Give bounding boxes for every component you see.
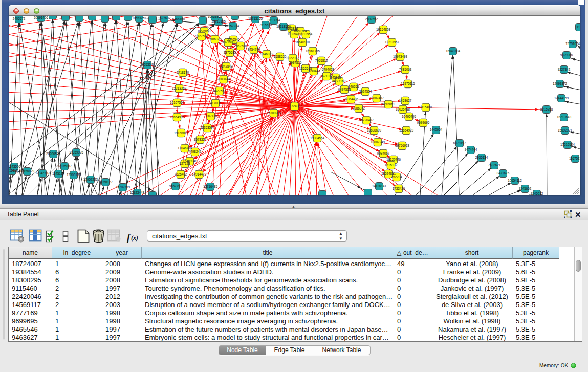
svg-text:927123: 927123	[179, 162, 190, 165]
svg-text:1143506: 1143506	[9, 165, 21, 168]
svg-text:12505135: 12505135	[67, 173, 81, 177]
svg-text:3875685: 3875685	[224, 51, 236, 54]
svg-text:2803144: 2803144	[217, 77, 230, 81]
svg-text:2967608: 2967608	[234, 44, 247, 48]
svg-text:19384554: 19384554	[310, 136, 325, 140]
svg-text:12353594: 12353594	[200, 126, 215, 129]
svg-text:12213957: 12213957	[385, 40, 400, 44]
svg-text:6497508: 6497508	[338, 87, 351, 91]
svg-text:3267130: 3267130	[205, 114, 217, 118]
svg-text:10107554: 10107554	[170, 101, 185, 104]
svg-text:10719155: 10719155	[211, 19, 226, 23]
svg-text:10154808: 10154808	[376, 28, 391, 31]
svg-text:25300285: 25300285	[267, 111, 281, 115]
svg-text:20053346: 20053346	[140, 63, 155, 67]
svg-text:1167533: 1167533	[569, 157, 580, 160]
svg-text:(x): (x)	[131, 234, 138, 242]
svg-text:2037815: 2037815	[289, 61, 302, 64]
svg-text:252234: 252234	[391, 175, 402, 179]
svg-text:8215958: 8215958	[540, 107, 553, 111]
svg-text:9657791: 9657791	[169, 184, 182, 188]
svg-text:1440954: 1440954	[430, 128, 443, 132]
svg-text:18724007: 18724007	[288, 104, 302, 108]
svg-text:12942737: 12942737	[35, 171, 50, 175]
svg-text:20206576: 20206576	[46, 152, 61, 156]
svg-text:17957223: 17957223	[83, 178, 98, 181]
svg-text:15692921: 15692921	[558, 128, 573, 132]
svg-text:6379197: 6379197	[453, 141, 466, 145]
svg-text:345162: 345162	[330, 76, 341, 79]
svg-text:2718170: 2718170	[177, 71, 189, 74]
svg-text:12923448: 12923448	[130, 191, 145, 194]
svg-text:2935134: 2935134	[475, 156, 488, 159]
svg-text:f: f	[127, 232, 131, 243]
svg-text:32975887: 32975887	[57, 164, 72, 168]
svg-text:417006: 417006	[210, 101, 221, 105]
svg-text:16961755: 16961755	[306, 49, 320, 53]
svg-text:10807487: 10807487	[369, 96, 384, 100]
svg-text:8322037: 8322037	[287, 56, 299, 60]
svg-text:2242848: 2242848	[220, 64, 233, 68]
svg-text:9084067: 9084067	[377, 151, 390, 155]
svg-text:3624554: 3624554	[359, 90, 372, 93]
svg-text:10553267: 10553267	[132, 16, 147, 20]
svg-text:19756928: 19756928	[395, 144, 410, 147]
svg-text:9127503: 9127503	[195, 34, 208, 38]
svg-text:19166825: 19166825	[174, 131, 189, 135]
svg-text:8226058: 8226058	[198, 29, 211, 33]
svg-text:7625402: 7625402	[175, 172, 187, 176]
svg-text:1463627: 1463627	[399, 99, 412, 102]
svg-text:10025488: 10025488	[396, 107, 410, 111]
svg-text:4498242: 4498242	[189, 150, 202, 154]
svg-text:16033809: 16033809	[208, 16, 223, 18]
svg-text:6216061: 6216061	[382, 102, 395, 106]
svg-text:9329966: 9329966	[560, 53, 573, 57]
svg-text:7986372: 7986372	[353, 106, 365, 110]
svg-text:9227342: 9227342	[558, 68, 571, 71]
svg-text:8454749: 8454749	[248, 48, 260, 51]
svg-text:9777169: 9777169	[333, 79, 346, 83]
svg-text:17359926: 17359926	[69, 150, 84, 154]
svg-text:7955812: 7955812	[315, 59, 328, 62]
svg-text:8813054: 8813054	[268, 18, 280, 22]
svg-text:16120746: 16120746	[386, 158, 401, 161]
svg-text:9327508: 9327508	[222, 40, 235, 44]
svg-text:2087652: 2087652	[365, 17, 378, 21]
svg-text:10654935: 10654935	[170, 115, 185, 119]
svg-text:8427552: 8427552	[213, 89, 226, 93]
svg-text:1145137: 1145137	[52, 172, 65, 176]
svg-text:12975115: 12975115	[401, 82, 415, 85]
svg-text:1527602: 1527602	[158, 16, 171, 20]
svg-text:8186328: 8186328	[209, 37, 222, 41]
svg-text:15720407: 15720407	[359, 118, 374, 122]
svg-text:1615132: 1615132	[385, 163, 398, 167]
svg-text:6466160: 6466160	[172, 17, 185, 21]
svg-text:11172: 11172	[575, 25, 580, 29]
svg-text:18807249: 18807249	[371, 140, 385, 144]
svg-text:9699695: 9699695	[417, 121, 430, 124]
svg-text:16782759: 16782759	[116, 185, 130, 189]
svg-text:9474444: 9474444	[465, 148, 477, 151]
svg-text:9115460: 9115460	[420, 105, 432, 109]
svg-text:10973493: 10973493	[393, 55, 408, 58]
svg-text:7632621: 7632621	[488, 163, 501, 167]
svg-text:16713155: 16713155	[248, 17, 263, 20]
svg-text:17046788: 17046788	[178, 146, 192, 150]
svg-text:16640910: 16640910	[295, 40, 310, 44]
svg-text:3578354: 3578354	[194, 138, 207, 141]
svg-text:7357224: 7357224	[227, 24, 239, 28]
svg-text:14914479: 14914479	[192, 172, 207, 176]
svg-text:9245652: 9245652	[519, 187, 532, 190]
svg-text:9245012: 9245012	[531, 192, 543, 195]
svg-text:12093872: 12093872	[553, 82, 568, 85]
svg-text:14136141: 14136141	[372, 184, 387, 188]
svg-text:7515520: 7515520	[259, 23, 272, 27]
svg-text:12213369: 12213369	[172, 86, 187, 90]
svg-text:20364436: 20364436	[344, 97, 359, 101]
svg-text:12444159: 12444159	[554, 96, 569, 100]
svg-text:15716485: 15716485	[203, 185, 218, 188]
svg-text:17010504: 17010504	[560, 143, 575, 146]
svg-text:6794028: 6794028	[322, 68, 335, 71]
svg-text:10958127: 10958127	[98, 180, 113, 184]
svg-text:1588520: 1588520	[274, 55, 287, 58]
